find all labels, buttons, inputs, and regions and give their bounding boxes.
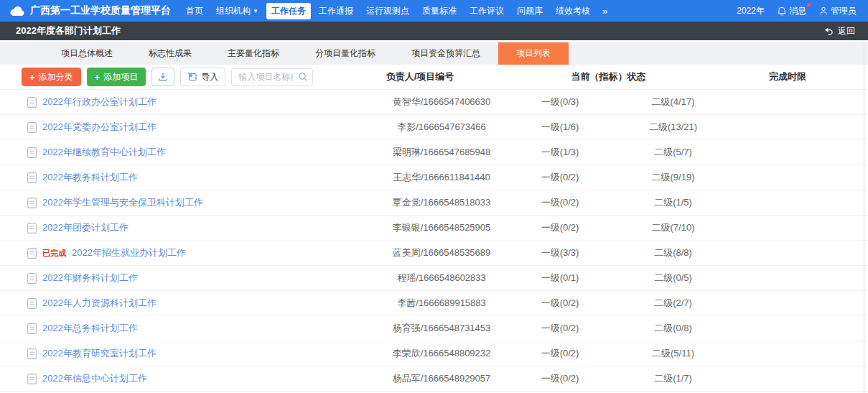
project-link[interactable]: 2022年继续教育中心计划工作 bbox=[42, 146, 166, 159]
brand[interactable]: 广西第一工业学校质量管理平台 bbox=[9, 4, 171, 17]
nav-item-7[interactable]: 问题库 bbox=[512, 3, 548, 19]
project-link[interactable]: 2022年总务科计划工作 bbox=[42, 322, 138, 335]
level1-status: 一级(1/3) bbox=[524, 146, 596, 159]
project-owner: 王志华/1666611841440 bbox=[337, 171, 524, 184]
document-icon bbox=[27, 273, 37, 284]
add-project-label: 添加项目 bbox=[103, 71, 138, 83]
project-list: 2022年行政办公室计划工作黄智华/1666547406630一级(0/3)二级… bbox=[0, 90, 868, 392]
add-category-label: 添加分类 bbox=[39, 71, 73, 83]
project-name-cell: 2022年财务科计划工作 bbox=[0, 272, 337, 285]
tab-3[interactable]: 分项目量化指标 bbox=[297, 42, 393, 65]
dropdown-caret-icon: ▼ bbox=[253, 8, 258, 14]
project-name-cell: 2022年行政办公室计划工作 bbox=[0, 96, 337, 108]
project-link[interactable]: 2022年人力资源科计划工作 bbox=[42, 297, 157, 310]
project-owner: 李影/1666547673466 bbox=[337, 121, 524, 134]
project-owner: 黄智华/1666547406630 bbox=[337, 96, 524, 108]
messages-button[interactable]: 消息 bbox=[778, 5, 806, 17]
user-label: 管理员 bbox=[831, 5, 857, 17]
document-icon bbox=[27, 172, 37, 183]
nav-item-label: 工作通报 bbox=[319, 5, 353, 17]
table-row: 2022年教务科计划工作王志华/1666611841440一级(0/2)二级(9… bbox=[0, 165, 868, 190]
nav-item-1[interactable]: 组织机构▼ bbox=[211, 3, 263, 19]
messages-label: 消息 bbox=[789, 5, 806, 17]
project-link[interactable]: 2022年党委办公室计划工作 bbox=[42, 121, 157, 134]
nav-item-8[interactable]: 绩效考核 bbox=[551, 3, 595, 19]
import-button[interactable]: 导入 bbox=[180, 68, 225, 86]
page-header: 2022年度各部门计划工作 返回 bbox=[0, 22, 868, 40]
project-link[interactable]: 2022年团委计划工作 bbox=[42, 221, 129, 234]
level2-status: 二级(0/8) bbox=[596, 322, 750, 335]
nav-item-label: 质量标准 bbox=[422, 5, 457, 17]
project-link[interactable]: 2022年教育研究室计划工作 bbox=[42, 347, 157, 360]
back-arrow-icon bbox=[823, 27, 834, 35]
tab-2[interactable]: 主要量化指标 bbox=[210, 42, 297, 65]
search-icon[interactable] bbox=[298, 72, 308, 82]
brand-title: 广西第一工业学校质量管理平台 bbox=[30, 4, 171, 17]
table-row: 2022年行政办公室计划工作黄智华/1666547406630一级(0/3)二级… bbox=[0, 90, 868, 115]
level1-status: 一级(3/3) bbox=[524, 246, 596, 259]
nav-item-0[interactable]: 首页 bbox=[181, 3, 208, 19]
project-name-cell: 2022年教务科计划工作 bbox=[0, 171, 337, 184]
tab-5[interactable]: 项目列表 bbox=[498, 42, 569, 65]
user-menu[interactable]: 管理员 bbox=[819, 5, 857, 17]
navbar-right: 2022年 消息 管理员 bbox=[737, 5, 857, 17]
level1-status: 一级(0/2) bbox=[524, 322, 596, 335]
download-button[interactable] bbox=[151, 68, 174, 86]
project-link[interactable]: 2022年行政办公室计划工作 bbox=[42, 96, 157, 108]
notification-dot bbox=[807, 3, 811, 6]
level1-status: 一级(0/2) bbox=[524, 221, 596, 234]
nav-overflow-chevrons[interactable]: » bbox=[602, 6, 607, 17]
tab-bar: 项目总体概述标志性成果主要量化指标分项目量化指标项目资金预算汇总项目列表 bbox=[0, 42, 868, 65]
top-navbar: 广西第一工业学校质量管理平台 首页组织机构▼工作任务工作通报运行观测点质量标准工… bbox=[0, 0, 868, 22]
nav-item-2[interactable]: 工作任务 bbox=[266, 3, 311, 19]
download-icon bbox=[158, 72, 168, 82]
tab-0[interactable]: 项目总体概述 bbox=[43, 42, 131, 65]
project-link[interactable]: 2022年信息中心计划工作 bbox=[42, 372, 147, 385]
table-row: 2022年党委办公室计划工作李影/1666547673466一级(1/6)二级(… bbox=[0, 115, 868, 140]
project-name-cell: 2022年继续教育中心计划工作 bbox=[0, 146, 337, 159]
import-label: 导入 bbox=[201, 71, 218, 83]
project-owner: 李银银/1666548525905 bbox=[337, 221, 524, 234]
level2-status: 二级(7/10) bbox=[596, 221, 750, 234]
level1-status: 一级(0/2) bbox=[524, 196, 596, 209]
scrollbar-track-line bbox=[864, 40, 864, 393]
nav-item-6[interactable]: 工作评议 bbox=[465, 3, 509, 19]
project-link[interactable]: 2022年学生管理与安全保卫科计划工作 bbox=[42, 196, 203, 209]
nav-item-label: 问题库 bbox=[517, 5, 543, 17]
table-row: 2022年信息中心计划工作杨品军/1666548929057一级(0/2)二级(… bbox=[0, 366, 868, 392]
nav-item-label: 首页 bbox=[186, 5, 203, 17]
document-icon bbox=[27, 122, 37, 133]
project-name-cell: 已完成2022年招生就业办计划工作 bbox=[0, 246, 337, 259]
level2-status: 二级(13/21) bbox=[596, 121, 750, 134]
project-link[interactable]: 2022年招生就业办计划工作 bbox=[72, 246, 186, 259]
nav-item-4[interactable]: 运行观测点 bbox=[361, 3, 414, 19]
search-box bbox=[231, 68, 313, 86]
table-row: 已完成2022年招生就业办计划工作蓝美周/1666548535689一级(3/3… bbox=[0, 241, 868, 266]
add-category-button[interactable]: + 添加分类 bbox=[22, 68, 81, 86]
level1-status: 一级(0/3) bbox=[524, 96, 596, 108]
nav-item-3[interactable]: 工作通报 bbox=[314, 3, 358, 19]
import-icon bbox=[187, 72, 197, 82]
tab-4[interactable]: 项目资金预算汇总 bbox=[393, 42, 498, 65]
level2-status: 二级(5/7) bbox=[596, 146, 750, 159]
project-owner: 杨育强/1666548731453 bbox=[337, 322, 524, 335]
project-owner: 杨品军/1666548929057 bbox=[337, 372, 524, 385]
nav-item-5[interactable]: 质量标准 bbox=[417, 3, 462, 19]
document-icon bbox=[27, 97, 37, 108]
back-button[interactable]: 返回 bbox=[823, 25, 855, 37]
tab-label: 项目资金预算汇总 bbox=[411, 47, 480, 60]
project-link[interactable]: 2022年教务科计划工作 bbox=[42, 171, 138, 184]
table-row: 2022年总务科计划工作杨育强/1666548731453一级(0/2)二级(0… bbox=[0, 316, 868, 341]
bell-icon bbox=[778, 6, 786, 16]
level1-status: 一级(0/2) bbox=[524, 297, 596, 310]
level2-status: 二级(9/19) bbox=[596, 171, 750, 184]
tab-label: 主要量化指标 bbox=[228, 47, 279, 60]
nav-item-label: 组织机构 bbox=[216, 5, 251, 17]
document-icon bbox=[27, 198, 37, 208]
year-selector[interactable]: 2022年 bbox=[737, 5, 765, 17]
project-name-cell: 2022年教育研究室计划工作 bbox=[0, 347, 337, 360]
tab-1[interactable]: 标志性成果 bbox=[131, 42, 210, 65]
nav-item-label: 工作评议 bbox=[470, 5, 504, 17]
add-project-button[interactable]: + 添加项目 bbox=[87, 68, 146, 86]
project-link[interactable]: 2022年财务科计划工作 bbox=[42, 272, 138, 285]
